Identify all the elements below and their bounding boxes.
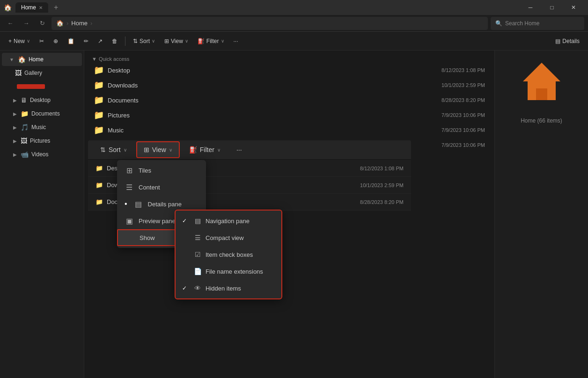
tab-close-button[interactable]: ✕ <box>39 5 43 10</box>
details-panel-button[interactable]: ▤ Details <box>551 34 583 48</box>
toolbar-divider <box>125 36 125 46</box>
sidebar-item-desktop[interactable]: ▶ 🖥 Desktop <box>2 94 82 107</box>
file-row-videos[interactable]: 📁 Videos 7/9/2023 10:06 PM <box>92 138 487 153</box>
menu-item-show[interactable]: Show › <box>117 229 206 246</box>
folder-icon: 📁 <box>96 165 103 172</box>
rename-button[interactable]: ✏ <box>80 34 92 48</box>
folder-icon: 📁 <box>96 198 103 205</box>
sidebar-item-videos[interactable]: ▶ 📹 Videos <box>2 148 82 161</box>
sidebar-item-music[interactable]: ▶ 🎵 Music <box>2 121 82 134</box>
documents-icon: 📁 <box>21 110 29 117</box>
navigation-bar: ← → ↻ 🏠 › Home › 🔍 Search Home <box>0 15 588 32</box>
search-box[interactable]: 🔍 Search Home <box>491 17 584 30</box>
hidden-icon: 👁 <box>193 284 202 292</box>
forward-button[interactable]: → <box>20 17 33 30</box>
show-submenu: ✓ ▤ Navigation pane ☰ Compact view ☑ Ite… <box>175 210 282 299</box>
file-row-music[interactable]: 📁 Music 7/9/2023 10:06 PM <box>92 123 487 138</box>
copy-button[interactable]: ⊕ <box>50 34 62 48</box>
main-row-desktop[interactable]: 📁 Desktop 8/12/2023 1:08 PM <box>88 160 411 177</box>
menu-item-content[interactable]: ☰ Content <box>117 179 206 196</box>
file-row-pictures[interactable]: 📁 Pictures 7/9/2023 10:06 PM <box>92 108 487 123</box>
chevron-down-icon: ▼ <box>92 56 97 62</box>
sidebar-item-pictures[interactable]: ▶ 🖼 Pictures <box>2 134 82 147</box>
file-row-documents[interactable]: 📁 Documents 8/28/2023 8:20 PM <box>92 93 487 108</box>
svg-rect-1 <box>536 88 547 100</box>
folder-icon: 📁 <box>94 65 104 75</box>
music-icon: 🎵 <box>21 124 29 131</box>
close-button[interactable]: ✕ <box>563 0 584 15</box>
file-row-downloads[interactable]: 📁 Downloads 10/1/2023 2:59 PM <box>92 78 487 93</box>
submenu-arrow-icon: › <box>196 234 198 241</box>
filter-button-top[interactable]: ⛽ Filter ∨ <box>194 34 228 48</box>
submenu-item-hidden[interactable]: ✓ 👁 Hidden items <box>176 280 281 297</box>
folder-icon: 📁 <box>94 110 104 120</box>
details-icon: ▤ <box>555 38 560 44</box>
main-row-documents[interactable]: 📁 Documents 8/28/2023 8:20 PM <box>88 194 411 211</box>
details-home-icon <box>518 58 565 114</box>
main-layout: ▼ 🏠 Home 🖼 Gallery ▶ 🖥 Desktop ▶ 📁 Docum… <box>0 51 588 378</box>
new-icon: + <box>8 38 12 44</box>
paste-button[interactable]: 📋 <box>64 34 78 48</box>
app-icon: 🏠 <box>4 4 12 11</box>
main-toolbar: + New ∨ ✂ ⊕ 📋 ✏ ↗ 🗑 ⇅ Sort ∨ ⊞ View ∨ ⛽ … <box>0 32 588 51</box>
folder-icon: 📁 <box>94 125 104 135</box>
nav-pane-icon: ▤ <box>193 217 202 225</box>
checkbox-icon: ☑ <box>193 251 202 258</box>
sidebar: ▼ 🏠 Home 🖼 Gallery ▶ 🖥 Desktop ▶ 📁 Docum… <box>0 51 84 378</box>
breadcrumb-home: Home <box>71 20 88 27</box>
menu-item-details-pane[interactable]: ▤ Details pane <box>117 196 206 212</box>
main-file-rows: 📁 Desktop 8/12/2023 1:08 PM 📁 Downloads … <box>88 160 411 211</box>
window-controls: ─ □ ✕ <box>520 0 584 15</box>
folder-icon: 📁 <box>94 80 104 90</box>
share-button[interactable]: ↗ <box>94 34 106 48</box>
active-tab[interactable]: Home ✕ <box>15 2 48 13</box>
main-row-downloads[interactable]: 📁 Downloads 10/1/2023 2:59 PM <box>88 177 411 194</box>
content-area: ▼ Quick access 📁 Desktop 8/12/2023 1:08 … <box>84 51 494 378</box>
minimize-button[interactable]: ─ <box>520 0 541 15</box>
new-tab-button[interactable]: + <box>54 3 58 12</box>
filter-icon: ⛽ <box>198 38 205 44</box>
menu-item-tiles[interactable]: ⊞ Tiles <box>117 162 206 179</box>
delete-button[interactable]: 🗑 <box>108 34 121 48</box>
menu-item-preview-pane[interactable]: ▣ Preview pane <box>117 212 206 229</box>
search-placeholder: Search Home <box>505 20 539 27</box>
check-icon: ✓ <box>182 218 190 224</box>
cut-button[interactable]: ✂ <box>36 34 48 48</box>
pictures-icon: 🖼 <box>21 137 27 145</box>
details-label: Home (66 items) <box>521 117 562 124</box>
home-sidebar-icon: 🏠 <box>18 56 26 63</box>
color-bar <box>17 84 45 89</box>
back-button[interactable]: ← <box>4 17 17 30</box>
tiles-icon: ⊞ <box>125 166 134 175</box>
gallery-icon: 🖼 <box>15 69 22 77</box>
sidebar-item-colorbar[interactable] <box>2 80 82 93</box>
folder-icon: 📁 <box>94 95 104 105</box>
title-bar: 🏠 Home ✕ + ─ □ ✕ <box>0 0 588 15</box>
view-button-top[interactable]: ⊞ View ∨ <box>161 34 192 48</box>
preview-icon: ▣ <box>125 217 134 225</box>
view-icon: ⊞ <box>164 38 169 44</box>
address-bar[interactable]: 🏠 › Home › <box>51 17 488 30</box>
folder-icon: 📁 <box>94 140 104 150</box>
search-icon: 🔍 <box>495 20 502 27</box>
hidden-check-icon: ✓ <box>182 285 190 291</box>
sidebar-item-documents[interactable]: ▶ 📁 Documents <box>2 107 82 120</box>
file-row-desktop[interactable]: 📁 Desktop 8/12/2023 1:08 PM <box>92 63 487 78</box>
compact-icon: ☰ <box>193 234 202 241</box>
sidebar-item-gallery[interactable]: 🖼 Gallery <box>2 66 82 80</box>
details-pane-icon: ▤ <box>134 200 143 209</box>
file-list: ▼ Quick access 📁 Desktop 8/12/2023 1:08 … <box>84 51 494 156</box>
sort-button-top[interactable]: ⇅ Sort ∨ <box>129 34 159 48</box>
sidebar-item-home[interactable]: ▼ 🏠 Home <box>2 53 82 66</box>
new-button[interactable]: + New ∨ <box>5 34 34 48</box>
maximize-button[interactable]: □ <box>541 0 563 15</box>
submenu-item-nav-pane[interactable]: ✓ ▤ Navigation pane <box>176 212 281 229</box>
desktop-icon: 🖥 <box>21 96 27 104</box>
submenu-item-extensions[interactable]: 📄 File name extensions <box>176 263 281 280</box>
submenu-item-compact[interactable]: ☰ Compact view <box>176 229 281 246</box>
videos-icon: 📹 <box>21 151 29 158</box>
refresh-button[interactable]: ↻ <box>36 17 49 30</box>
more-button-top[interactable]: ··· <box>230 34 242 48</box>
submenu-item-checkboxes[interactable]: ☑ Item check boxes <box>176 246 281 263</box>
content-icon: ☰ <box>125 183 134 192</box>
